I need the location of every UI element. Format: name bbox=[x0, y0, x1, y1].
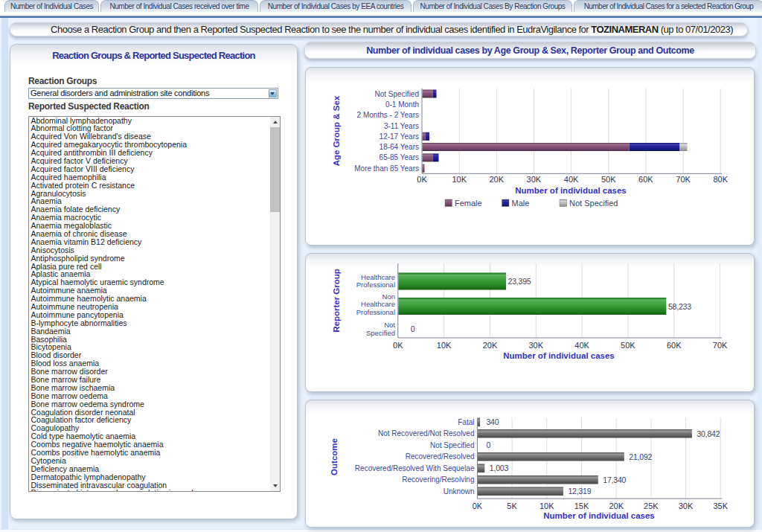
svg-text:Professional: Professional bbox=[356, 281, 395, 289]
svg-text:340: 340 bbox=[486, 417, 499, 426]
svg-text:More than 85 Years: More than 85 Years bbox=[354, 164, 419, 172]
svg-text:10K: 10K bbox=[437, 341, 452, 350]
svg-text:70K: 70K bbox=[676, 175, 691, 184]
svg-text:12-17 Years: 12-17 Years bbox=[380, 132, 419, 140]
svg-text:25K: 25K bbox=[644, 501, 659, 510]
svg-text:20K: 20K bbox=[483, 341, 498, 350]
svg-text:0K: 0K bbox=[417, 175, 427, 184]
svg-text:Not Specified: Not Specified bbox=[375, 89, 419, 97]
svg-text:20K: 20K bbox=[609, 501, 624, 510]
svg-text:Specified: Specified bbox=[366, 329, 395, 337]
svg-text:Outcome: Outcome bbox=[330, 438, 339, 475]
svg-text:0K: 0K bbox=[393, 341, 403, 350]
svg-text:Healthcare: Healthcare bbox=[361, 273, 395, 281]
svg-text:50K: 50K bbox=[621, 341, 635, 350]
svg-text:30K: 30K bbox=[527, 175, 542, 184]
svg-text:Not: Not bbox=[384, 321, 395, 329]
svg-text:58,233: 58,233 bbox=[668, 302, 691, 311]
svg-text:30K: 30K bbox=[529, 341, 544, 350]
svg-text:10K: 10K bbox=[540, 501, 554, 510]
svg-text:Unknown: Unknown bbox=[444, 487, 475, 496]
svg-text:60K: 60K bbox=[638, 175, 653, 184]
svg-text:0: 0 bbox=[486, 440, 490, 449]
svg-text:80K: 80K bbox=[713, 175, 728, 184]
svg-text:60K: 60K bbox=[667, 341, 682, 350]
svg-text:Recovered/Resolved: Recovered/Resolved bbox=[406, 452, 475, 461]
svg-text:0K: 0K bbox=[473, 501, 483, 510]
svg-text:Reporter Group: Reporter Group bbox=[332, 269, 341, 333]
svg-text:Number of individual cases: Number of individual cases bbox=[503, 351, 615, 360]
svg-text:5K: 5K bbox=[507, 501, 517, 510]
svg-text:1,003: 1,003 bbox=[490, 464, 509, 472]
svg-text:Male: Male bbox=[512, 198, 530, 207]
svg-text:Fatal: Fatal bbox=[458, 418, 474, 426]
svg-text:Professional: Professional bbox=[356, 308, 395, 316]
svg-text:Recovered/Resolved With Sequel: Recovered/Resolved With Sequelae bbox=[355, 464, 475, 472]
svg-text:23,395: 23,395 bbox=[508, 277, 531, 286]
svg-text:3-11 Years: 3-11 Years bbox=[384, 121, 419, 129]
svg-text:15K: 15K bbox=[574, 501, 589, 510]
svg-text:21,092: 21,092 bbox=[629, 452, 652, 461]
svg-text:40K: 40K bbox=[564, 175, 579, 184]
svg-text:65-85 Years: 65-85 Years bbox=[380, 153, 419, 161]
svg-text:50K: 50K bbox=[601, 175, 616, 184]
svg-text:Recovering/Resolving: Recovering/Resolving bbox=[402, 475, 474, 484]
svg-text:35K: 35K bbox=[713, 501, 728, 510]
svg-text:Not Recovered/Not Resolved: Not Recovered/Not Resolved bbox=[378, 429, 475, 438]
svg-text:Healthcare: Healthcare bbox=[361, 300, 395, 308]
svg-text:Age Group & Sex: Age Group & Sex bbox=[332, 95, 341, 166]
svg-text:30,842: 30,842 bbox=[697, 429, 720, 438]
svg-text:2 Months - 2 Years: 2 Months - 2 Years bbox=[357, 111, 419, 119]
svg-text:Not Specified: Not Specified bbox=[430, 441, 474, 449]
svg-text:40K: 40K bbox=[574, 341, 589, 350]
svg-text:Female: Female bbox=[455, 198, 482, 207]
svg-text:Number of individual cases: Number of individual cases bbox=[515, 185, 627, 194]
svg-text:Number of individual cases: Number of individual cases bbox=[543, 511, 655, 520]
svg-text:Not Specified: Not Specified bbox=[569, 198, 618, 207]
svg-text:0-1 Month: 0-1 Month bbox=[385, 100, 419, 108]
svg-text:20K: 20K bbox=[490, 175, 505, 184]
svg-text:17,340: 17,340 bbox=[603, 475, 626, 484]
svg-text:18-64 Years: 18-64 Years bbox=[380, 143, 419, 151]
svg-text:70K: 70K bbox=[713, 341, 728, 350]
svg-text:0: 0 bbox=[411, 324, 415, 333]
svg-text:10K: 10K bbox=[452, 175, 467, 184]
svg-text:Non: Non bbox=[382, 292, 395, 301]
svg-text:12,319: 12,319 bbox=[568, 487, 591, 496]
svg-text:30K: 30K bbox=[679, 501, 694, 510]
